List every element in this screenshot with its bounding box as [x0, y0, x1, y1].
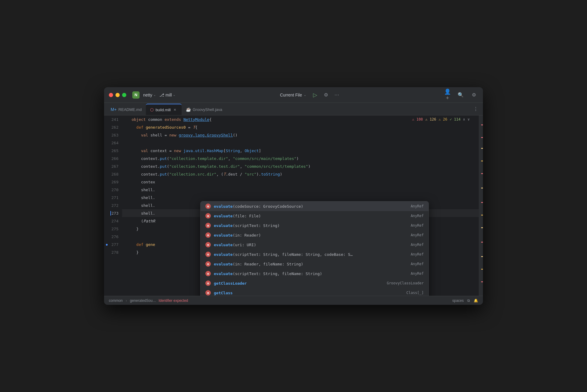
- ac-item-2[interactable]: m evaluate(file: File) AnyRef: [201, 211, 429, 221]
- project-name[interactable]: netty ⌄: [143, 93, 156, 97]
- gutter-270: 270: [104, 186, 122, 194]
- line-num-270: 270: [112, 188, 118, 192]
- line-num-264: 264: [112, 141, 118, 145]
- ac-item-5[interactable]: m evaluate(uri: URI) AnyRef: [201, 240, 429, 250]
- more-actions-button[interactable]: ⋯: [333, 91, 341, 99]
- ac-item-6[interactable]: m evaluate(scriptText: String, fileName:…: [201, 250, 429, 259]
- gutter-262: 262: [104, 123, 122, 131]
- line-num-263: 263: [112, 133, 118, 137]
- debug-button[interactable]: ⚙: [322, 91, 330, 99]
- breadcrumb-common: common: [109, 299, 123, 303]
- ac-item-4[interactable]: m evaluate(in: Reader) AnyRef: [201, 230, 429, 240]
- method-icon-4: m: [205, 232, 211, 238]
- line-num-275: 275: [112, 227, 118, 231]
- nav-down-icon[interactable]: ∨: [468, 117, 470, 121]
- ac-return-type-8: AnyRef: [411, 271, 424, 276]
- method-icon-9: m: [205, 280, 211, 286]
- buildmill-tab-close[interactable]: ✕: [173, 107, 177, 112]
- code-line-271: shell.: [122, 194, 479, 201]
- ac-method-name-8: evaluate(scriptText: String, fileName: S…: [214, 271, 322, 276]
- ac-return-type-3: AnyRef: [411, 223, 424, 228]
- tab-more-button[interactable]: ⋮: [471, 106, 481, 112]
- buildmill-tab-label: build.mill: [155, 108, 171, 112]
- project-name-label: netty: [143, 93, 152, 97]
- ac-return-type-4: AnyRef: [411, 233, 424, 237]
- ac-method-name-3: evaluate(scriptText: String): [214, 223, 280, 228]
- line-num-278: 278: [112, 250, 118, 255]
- gutter-266: 266: [104, 155, 122, 162]
- code-line-241: object common extends NettyModule{ ⚠ 108…: [122, 115, 479, 123]
- weak-warning-count: ⚠ 26: [438, 117, 447, 121]
- gutter-272: 272: [104, 201, 122, 209]
- ac-item-7[interactable]: m evaluate(in: Reader, fileName: String)…: [201, 259, 429, 269]
- line-num-268: 268: [112, 172, 118, 176]
- ac-item-1[interactable]: m evaluate(codeSource: GroovyCodeSource)…: [201, 201, 429, 211]
- ac-item-9[interactable]: m getClassLoader GroovyClassLoader: [201, 278, 429, 288]
- current-file-chevron-icon: ⌄: [304, 93, 306, 96]
- search-button[interactable]: 🔍: [456, 91, 465, 99]
- ac-item-8[interactable]: m evaluate(scriptText: String, fileName:…: [201, 269, 429, 278]
- groovyshell-tab-icon: ☕: [186, 107, 191, 112]
- line-num-273: 273: [110, 211, 118, 216]
- line-num-241: 241: [112, 117, 118, 122]
- warning-count: ⚠ 126: [425, 117, 436, 121]
- title-actions: 👤+ 🔍 ⚙: [443, 91, 478, 99]
- code-line-262: def generatedSources0 = T{: [122, 123, 479, 131]
- ac-item-3[interactable]: m evaluate(scriptText: String) AnyRef: [201, 221, 429, 230]
- ac-return-type-5: AnyRef: [411, 243, 424, 247]
- buildmill-tab-icon: ⬡: [150, 107, 154, 112]
- branch-info[interactable]: ⎇ mill ⌄: [159, 93, 175, 97]
- project-badge: N: [132, 91, 140, 99]
- tab-buildmill[interactable]: ⬡ build.mill ✕: [146, 104, 182, 115]
- breakpoint-icon: ●: [106, 243, 108, 246]
- code-line-267: context.put("collection.template.test.di…: [122, 162, 479, 170]
- maximize-button[interactable]: [122, 93, 126, 97]
- gutter-267: 267: [104, 162, 122, 170]
- gutter-269: 269: [104, 178, 122, 186]
- ac-method-name-10: getClass: [214, 291, 233, 295]
- line-num-266: 266: [112, 156, 118, 161]
- branch-name-label: mill: [165, 93, 172, 97]
- main-window: N netty ⌄ ⎇ mill ⌄ Current File ⌄ ▷ ⚙ ⋯ …: [104, 87, 483, 305]
- line-numbers: 241 262 263 264 265 266 267 268 269 270 …: [104, 115, 122, 296]
- ac-return-type-7: AnyRef: [411, 262, 424, 266]
- title-center: Current File ⌄ ▷ ⚙ ⋯: [179, 91, 440, 99]
- copy-icon[interactable]: ⧉: [467, 299, 470, 303]
- ac-return-type-2: AnyRef: [411, 214, 424, 218]
- tab-readme[interactable]: M+ README.md: [106, 104, 146, 115]
- readme-tab-label: README.md: [118, 107, 142, 112]
- notification-icon[interactable]: 🔔: [474, 299, 478, 303]
- code-line-268: context.put("collection.src.dir", (T.des…: [122, 170, 479, 178]
- method-icon-2: m: [205, 213, 211, 219]
- editor-area: 241 262 263 264 265 266 267 268 269 270 …: [104, 115, 483, 296]
- run-button[interactable]: ▷: [311, 91, 319, 99]
- scrollbar-markers[interactable]: [479, 115, 483, 296]
- method-icon-5: m: [205, 242, 211, 247]
- gutter-271: 271: [104, 194, 122, 201]
- ac-item-10[interactable]: m getClass Class[_]: [201, 288, 429, 296]
- minimize-button[interactable]: [115, 93, 120, 97]
- close-button[interactable]: [109, 93, 113, 97]
- ac-return-type-10: Class[_]: [406, 291, 424, 295]
- settings-button[interactable]: ⚙: [470, 91, 478, 99]
- nav-up-icon[interactable]: ∧: [463, 117, 465, 121]
- gutter-268: 268: [104, 170, 122, 178]
- method-icon-1: m: [205, 204, 211, 209]
- gutter-278: 278: [104, 248, 122, 256]
- traffic-lights: [109, 93, 126, 97]
- indent-info[interactable]: spaces: [452, 299, 464, 303]
- code-line-264: [122, 139, 479, 147]
- add-user-button[interactable]: 👤+: [443, 91, 452, 99]
- gutter-276: 276: [104, 233, 122, 240]
- tab-groovyshell[interactable]: ☕ GroovyShell.java: [182, 104, 226, 115]
- ac-method-name-9: getClassLoader: [214, 281, 247, 286]
- ac-method-name-6: evaluate(scriptText: String, fileName: S…: [214, 252, 353, 257]
- passed-count: ✓ 114: [450, 117, 460, 121]
- code-line-263: val shell = new groovy.lang.GroovyShell(…: [122, 131, 479, 139]
- code-line-266: context.put("collection.template.dir", "…: [122, 155, 479, 162]
- method-icon-7: m: [205, 261, 211, 267]
- project-chevron-icon: ⌄: [153, 93, 156, 96]
- current-file-button[interactable]: Current File ⌄: [278, 91, 309, 99]
- code-editor[interactable]: object common extends NettyModule{ ⚠ 108…: [122, 115, 479, 296]
- code-line-270: shell.: [122, 186, 479, 194]
